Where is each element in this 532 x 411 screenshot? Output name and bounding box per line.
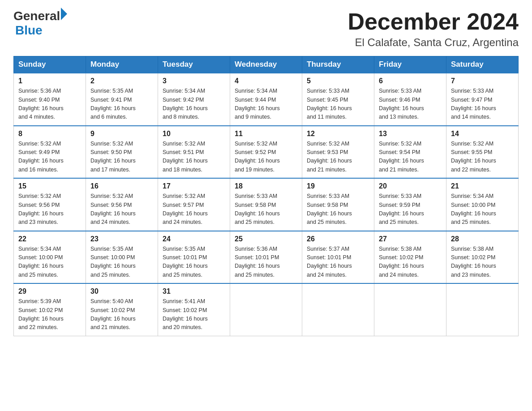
calendar-cell: 21Sunrise: 5:34 AM Sunset: 10:00 PM Dayl… [446,178,519,231]
day-info: Sunrise: 5:35 AM Sunset: 9:41 PM Dayligh… [90,87,153,122]
day-info: Sunrise: 5:33 AM Sunset: 9:45 PM Dayligh… [307,87,369,122]
logo-triangle-icon [61,8,67,20]
calendar-cell: 2Sunrise: 5:35 AM Sunset: 9:41 PM Daylig… [86,73,158,126]
col-tuesday: Tuesday [158,56,230,73]
day-info: Sunrise: 5:33 AM Sunset: 9:47 PM Dayligh… [451,87,514,122]
day-number: 30 [90,287,153,295]
day-info: Sunrise: 5:34 AM Sunset: 10:00 PM Daylig… [18,245,81,280]
day-info: Sunrise: 5:32 AM Sunset: 9:51 PM Dayligh… [163,140,225,175]
calendar-cell: 17Sunrise: 5:32 AM Sunset: 9:57 PM Dayli… [158,178,230,231]
day-number: 16 [90,182,153,190]
calendar-cell: 11Sunrise: 5:32 AM Sunset: 9:52 PM Dayli… [230,126,302,179]
col-monday: Monday [86,56,158,73]
day-number: 29 [18,287,81,295]
day-number: 20 [379,182,442,190]
calendar-cell: 3Sunrise: 5:34 AM Sunset: 9:42 PM Daylig… [158,73,230,126]
day-number: 2 [90,77,153,85]
calendar-cell: 10Sunrise: 5:32 AM Sunset: 9:51 PM Dayli… [158,126,230,179]
calendar-cell [230,283,302,336]
header: General Blue December 2024 El Calafate, … [13,9,519,49]
calendar-cell: 18Sunrise: 5:33 AM Sunset: 9:58 PM Dayli… [230,178,302,231]
logo: General Blue [13,9,67,38]
day-info: Sunrise: 5:39 AM Sunset: 10:02 PM Daylig… [18,297,81,332]
col-friday: Friday [374,56,446,73]
calendar-cell: 27Sunrise: 5:38 AM Sunset: 10:02 PM Dayl… [374,231,446,284]
day-number: 8 [18,130,81,138]
calendar-cell: 8Sunrise: 5:32 AM Sunset: 9:49 PM Daylig… [14,126,86,179]
day-number: 27 [379,235,442,243]
day-number: 22 [18,235,81,243]
day-info: Sunrise: 5:41 AM Sunset: 10:02 PM Daylig… [163,297,225,332]
day-number: 11 [235,130,297,138]
week-row-5: 29Sunrise: 5:39 AM Sunset: 10:02 PM Dayl… [14,283,519,336]
calendar-cell: 19Sunrise: 5:33 AM Sunset: 9:58 PM Dayli… [302,178,374,231]
day-info: Sunrise: 5:33 AM Sunset: 9:46 PM Dayligh… [379,87,442,122]
day-number: 26 [307,235,369,243]
day-info: Sunrise: 5:35 AM Sunset: 10:01 PM Daylig… [163,245,225,280]
day-info: Sunrise: 5:36 AM Sunset: 10:01 PM Daylig… [235,245,297,280]
calendar-cell: 1Sunrise: 5:36 AM Sunset: 9:40 PM Daylig… [14,73,86,126]
day-info: Sunrise: 5:33 AM Sunset: 9:58 PM Dayligh… [235,192,297,227]
day-number: 23 [90,235,153,243]
day-info: Sunrise: 5:35 AM Sunset: 10:00 PM Daylig… [90,245,153,280]
day-number: 24 [163,235,225,243]
week-row-4: 22Sunrise: 5:34 AM Sunset: 10:00 PM Dayl… [14,231,519,284]
calendar-cell: 26Sunrise: 5:37 AM Sunset: 10:01 PM Dayl… [302,231,374,284]
calendar-cell: 12Sunrise: 5:32 AM Sunset: 9:53 PM Dayli… [302,126,374,179]
calendar-cell [374,283,446,336]
day-number: 31 [163,287,225,295]
calendar-title: December 2024 [348,9,519,34]
day-number: 3 [163,77,225,85]
day-info: Sunrise: 5:38 AM Sunset: 10:02 PM Daylig… [451,245,514,280]
day-info: Sunrise: 5:32 AM Sunset: 9:55 PM Dayligh… [451,140,514,175]
day-number: 19 [307,182,369,190]
day-number: 15 [18,182,81,190]
day-info: Sunrise: 5:37 AM Sunset: 10:01 PM Daylig… [307,245,369,280]
day-number: 25 [235,235,297,243]
day-number: 7 [451,77,514,85]
calendar-cell: 9Sunrise: 5:32 AM Sunset: 9:50 PM Daylig… [86,126,158,179]
day-number: 28 [451,235,514,243]
day-info: Sunrise: 5:32 AM Sunset: 9:49 PM Dayligh… [18,140,81,175]
col-thursday: Thursday [302,56,374,73]
title-area: December 2024 El Calafate, Santa Cruz, A… [348,9,519,49]
col-saturday: Saturday [446,56,519,73]
day-number: 1 [18,77,81,85]
calendar-cell: 30Sunrise: 5:40 AM Sunset: 10:02 PM Dayl… [86,283,158,336]
day-info: Sunrise: 5:32 AM Sunset: 9:57 PM Dayligh… [163,192,225,227]
day-number: 9 [90,130,153,138]
calendar-cell: 6Sunrise: 5:33 AM Sunset: 9:46 PM Daylig… [374,73,446,126]
day-info: Sunrise: 5:33 AM Sunset: 9:58 PM Dayligh… [307,192,369,227]
calendar-cell [446,283,519,336]
day-number: 13 [379,130,442,138]
calendar-cell: 4Sunrise: 5:34 AM Sunset: 9:44 PM Daylig… [230,73,302,126]
logo-blue-text: Blue [15,23,67,38]
calendar-cell: 20Sunrise: 5:33 AM Sunset: 9:59 PM Dayli… [374,178,446,231]
logo-general-text: General [13,9,60,23]
day-info: Sunrise: 5:32 AM Sunset: 9:50 PM Dayligh… [90,140,153,175]
calendar-cell: 15Sunrise: 5:32 AM Sunset: 9:56 PM Dayli… [14,178,86,231]
day-info: Sunrise: 5:36 AM Sunset: 9:40 PM Dayligh… [18,87,81,122]
day-number: 12 [307,130,369,138]
calendar-cell: 23Sunrise: 5:35 AM Sunset: 10:00 PM Dayl… [86,231,158,284]
day-number: 10 [163,130,225,138]
day-info: Sunrise: 5:32 AM Sunset: 9:56 PM Dayligh… [90,192,153,227]
calendar-cell: 24Sunrise: 5:35 AM Sunset: 10:01 PM Dayl… [158,231,230,284]
calendar-cell: 14Sunrise: 5:32 AM Sunset: 9:55 PM Dayli… [446,126,519,179]
day-info: Sunrise: 5:32 AM Sunset: 9:52 PM Dayligh… [235,140,297,175]
day-number: 17 [163,182,225,190]
day-number: 21 [451,182,514,190]
day-info: Sunrise: 5:34 AM Sunset: 9:44 PM Dayligh… [235,87,297,122]
week-row-3: 15Sunrise: 5:32 AM Sunset: 9:56 PM Dayli… [14,178,519,231]
day-number: 6 [379,77,442,85]
day-info: Sunrise: 5:33 AM Sunset: 9:59 PM Dayligh… [379,192,442,227]
header-row: Sunday Monday Tuesday Wednesday Thursday… [14,56,519,73]
day-number: 18 [235,182,297,190]
day-info: Sunrise: 5:32 AM Sunset: 9:53 PM Dayligh… [307,140,369,175]
calendar-cell [302,283,374,336]
day-info: Sunrise: 5:32 AM Sunset: 9:54 PM Dayligh… [379,140,442,175]
day-info: Sunrise: 5:40 AM Sunset: 10:02 PM Daylig… [90,297,153,332]
week-row-2: 8Sunrise: 5:32 AM Sunset: 9:49 PM Daylig… [14,126,519,179]
col-wednesday: Wednesday [230,56,302,73]
day-info: Sunrise: 5:32 AM Sunset: 9:56 PM Dayligh… [18,192,81,227]
